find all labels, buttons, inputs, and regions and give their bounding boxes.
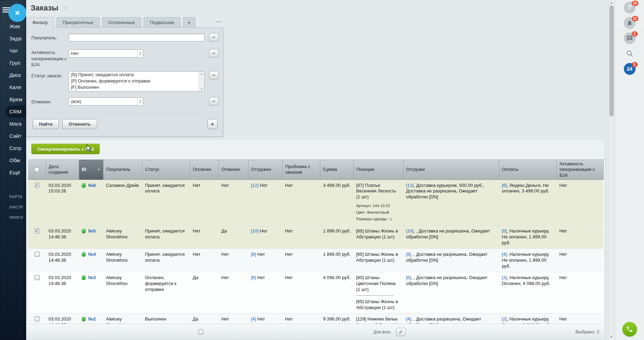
sidebar-item-groups[interactable]: Груп (0, 57, 26, 69)
table-row[interactable]: ✓ 03.03.2020 14:46:38 №5 Aleksey Shorokh… (28, 226, 603, 249)
sidebar-item-calendar[interactable]: Кале (0, 81, 26, 93)
col-cancelled[interactable]: Отменен (219, 160, 248, 180)
sidebar-item-store[interactable]: Мага (0, 118, 26, 130)
sidebar-item-sitemap[interactable]: КАРТА (0, 191, 26, 202)
add-filter-field-button[interactable]: + (207, 119, 217, 129)
order-link[interactable]: №3 (88, 275, 96, 280)
sidebar-item-exchange[interactable]: Обм (0, 154, 26, 166)
scrollbar-thumb[interactable] (610, 6, 614, 116)
cell-status: Оплачен, формируется к отправке (142, 272, 190, 314)
shipment-count-link[interactable]: [4] (251, 316, 256, 322)
col-id-sorted[interactable]: ▼ ID (79, 160, 103, 180)
col-positions[interactable]: Позиции (353, 160, 403, 180)
shipment-link[interactable]: [12] (406, 183, 414, 188)
order-link[interactable]: №2 (88, 316, 96, 322)
row-checkbox[interactable]: ✓ (34, 228, 40, 234)
sidebar-item-employees[interactable]: Сотр (0, 142, 26, 154)
messages-button[interactable]: 2 (615, 31, 644, 46)
status-option-p[interactable]: [P] Оплачен, формируется к отправке (69, 78, 204, 84)
col-sum[interactable]: Сумма (320, 160, 353, 180)
sidebar-item-sites[interactable]: Сайт (0, 130, 26, 142)
left-sidebar: ✕ Жив Зада Чат Груп Диск Кале Врем CRM М… (0, 0, 26, 340)
shipment-count-link[interactable]: [10] (251, 228, 259, 234)
mouse-cursor-icon (86, 144, 92, 152)
listbox-scrollbar[interactable]: ▲ ▼ (199, 72, 204, 91)
table-row[interactable]: ✓ 03.03.2020 14:46:38 №3 Aleksey Shorokh… (28, 272, 603, 314)
shipment-count-link[interactable]: [8] (251, 252, 256, 257)
status-option-f[interactable]: [F] Выполнен (69, 84, 204, 90)
tab-paid[interactable]: Оплаченные (102, 17, 141, 27)
order-link[interactable]: №6 (88, 183, 96, 188)
col-status[interactable]: Статус (142, 160, 190, 180)
row-checkbox[interactable]: ✓ (34, 275, 40, 280)
payment-link[interactable]: [5] (502, 228, 507, 234)
shipment-link[interactable]: [4] (406, 316, 411, 322)
tab-priority[interactable]: Приоритетные (56, 17, 100, 27)
col-payments[interactable]: Оплаты (499, 160, 557, 180)
payment-link[interactable]: [3] (502, 275, 507, 280)
remove-buyer-filter-button[interactable]: − (209, 33, 219, 41)
sidebar-item-configure-menu[interactable]: НАСТР (0, 202, 26, 212)
status-option-n[interactable]: [N] Принят, ожидается оплата (69, 72, 204, 78)
col-shipments[interactable]: Отгрузки (403, 160, 499, 180)
remove-cancelled-filter-button[interactable]: − (209, 97, 219, 105)
close-bubble-icon[interactable]: ✕ (8, 4, 26, 22)
shipment-link[interactable]: [8] (406, 252, 411, 257)
sidebar-item-invite[interactable]: ПРИГЛ (0, 212, 26, 223)
collapse-filter-icon[interactable]: — (216, 18, 223, 26)
shipment-link[interactable]: [6] (406, 275, 411, 280)
shipment-count-link[interactable]: [12] (251, 183, 259, 188)
buyer-input[interactable] (69, 33, 205, 41)
search-button[interactable] (615, 46, 644, 61)
scrollbar-up-icon[interactable]: ▲ (608, 1, 614, 5)
order-link[interactable]: №5 (88, 228, 96, 234)
sidebar-item-disk[interactable]: Диск (0, 69, 26, 81)
sidebar-item-time[interactable]: Врем (0, 93, 26, 105)
col-shipped[interactable]: Отгружен (248, 160, 282, 180)
sidebar-item-crm[interactable]: CRM (6, 105, 26, 118)
col-problem[interactable]: Проблема с заказом (282, 160, 320, 180)
payment-link[interactable]: [2] (502, 316, 507, 322)
col-date[interactable]: Дата создания (46, 160, 79, 180)
row-checkbox[interactable]: ✓ (34, 316, 40, 322)
col-paid[interactable]: Оплачен (190, 160, 219, 180)
cell-date: 03.03.2020 14:46:38 (46, 272, 79, 314)
bitrix24-network-button[interactable]: 24 2 (615, 61, 644, 77)
order-status-listbox[interactable]: [N] Принят, ожидается оплата [P] Оплачен… (69, 71, 205, 92)
order-link[interactable]: №4 (88, 252, 96, 257)
scrollbar-down-icon[interactable]: ▼ (608, 335, 614, 339)
find-button[interactable]: Найти (33, 119, 59, 129)
tab-pending[interactable]: Подвисшие (144, 17, 180, 27)
sidebar-item-more[interactable]: Ещё (0, 166, 26, 179)
sync-activity-select[interactable]: Нет ▲▼ (69, 49, 143, 57)
cell-id: №5 (79, 226, 103, 249)
shipment-count-link[interactable]: [6] (251, 275, 256, 280)
payment-link[interactable]: [6] (502, 183, 507, 188)
table-row[interactable]: ✓ 03.03.2020 15:03:26 №6 Саламон Дрейк П… (28, 180, 603, 226)
row-checkbox[interactable]: ✓ (34, 183, 40, 188)
vertical-scrollbar[interactable]: ▲ ▼ (608, 0, 615, 340)
col-buyer[interactable]: Покупатель (103, 160, 142, 180)
sidebar-item-tasks[interactable]: Зада (0, 32, 26, 45)
table-row[interactable]: ✓ 03.03.2020 14:46:38 №4 Aleksey Shorokh… (28, 249, 603, 272)
col-sync-activity[interactable]: Активность синхронизации с Б24 (557, 160, 603, 180)
shipment-link[interactable]: [10] (406, 228, 414, 234)
edit-button[interactable] (396, 328, 406, 336)
row-checkbox[interactable]: ✓ (34, 252, 40, 257)
for-all-checkbox[interactable]: ✓ (198, 329, 204, 334)
select-all-checkbox[interactable]: ✓ (34, 167, 39, 172)
sidebar-item-live-feed[interactable]: Жив (0, 20, 26, 32)
help-button[interactable]: ? 19 (615, 0, 644, 15)
tab-filter[interactable]: Фильтр (26, 17, 54, 28)
notifications-button[interactable]: 12 (615, 15, 644, 31)
telephony-button[interactable] (622, 322, 637, 337)
sidebar-item-chat[interactable]: Чат (0, 45, 26, 57)
add-tab-button[interactable]: + (183, 17, 196, 27)
remove-sync-filter-button[interactable]: − (209, 49, 219, 57)
remove-status-filter-button[interactable]: − (209, 71, 219, 79)
cell-problem: Нет (282, 249, 320, 272)
payment-link[interactable]: [4] (502, 252, 507, 257)
cancel-button[interactable]: Отменить (62, 119, 97, 129)
cancelled-select[interactable]: (все) ▲▼ (69, 97, 143, 105)
favorite-star-icon[interactable]: ☆ (63, 5, 68, 11)
